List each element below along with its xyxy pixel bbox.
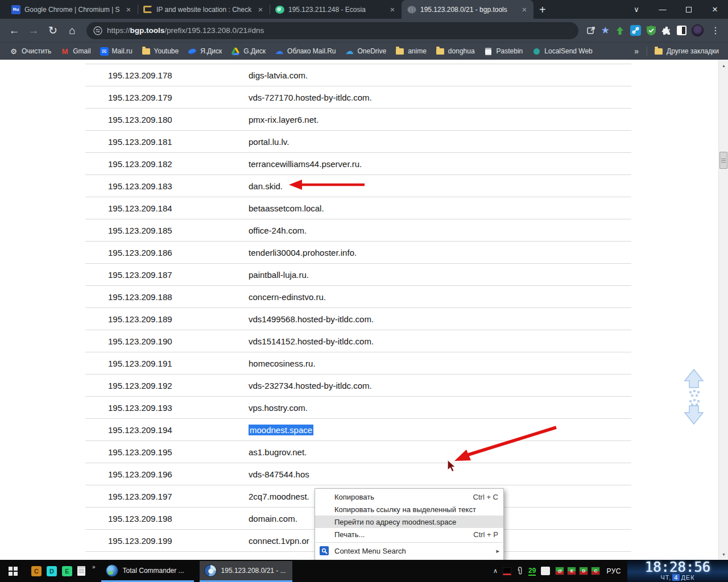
host-cell[interactable]: vds-727170.hosted-by-itldc.com. [249,93,631,102]
taskbar-button-0[interactable]: Total Commander ... [101,561,194,582]
tab-2[interactable]: 195.123.211.248 - Ecosia × [270,0,402,19]
taskbar-button-1[interactable]: 195.123.208.0/21 - ... [200,561,292,582]
host-cell[interactable]: portal.lu.lv. [249,137,631,147]
menu-dots-icon[interactable]: ⋮ [709,25,722,36]
extensions-puzzle-icon[interactable] [661,26,672,36]
bookmark-item[interactable]: donghua [431,44,479,58]
tab-close-icon[interactable]: × [388,5,397,14]
host-cell[interactable]: terrancewilliams44.pserver.ru. [249,159,631,169]
link-extension-icon[interactable] [630,25,641,36]
tab-0[interactable]: Ru Google Chrome | Chromium | SR × [6,0,138,19]
scroll-up-arrow-icon[interactable]: ▲ [719,61,728,70]
menu-item[interactable]: Печать... Ctrl + P [315,528,503,541]
host-cell[interactable]: vds-847544.hos [249,469,631,479]
scroll-down-arrow-icon[interactable]: ▼ [719,550,728,559]
google-drive-icon [231,47,240,56]
quicklaunch-E-icon[interactable]: E [62,566,72,576]
bookmarks-bar: ⚙ Очистить M Gmail ✉ Mail.ru Youtube Я.Д… [0,42,728,60]
tray-white-square-icon[interactable] [541,567,550,575]
scrollbar-thumb[interactable] [719,152,727,169]
host-cell[interactable]: concern-edinstvo.ru. [249,292,631,302]
bookmark-item[interactable]: Youtube [137,44,184,58]
back-button[interactable]: ← [6,22,23,39]
forward-button[interactable]: → [25,22,42,39]
host-cell[interactable]: paintball-luja.ru. [249,270,631,280]
host-cell[interactable]: as1.bugrov.net. [249,447,631,457]
updater-extension-icon[interactable] [615,26,625,36]
autoscroll-up-arrow-icon [685,369,703,388]
notepad-quicklaunch-icon[interactable] [77,566,85,576]
home-button[interactable]: ⌂ [64,22,81,39]
host-cell[interactable]: office-24h.com. [249,226,631,235]
ip-cell: 195.123.209.187 [85,270,249,280]
host-cell[interactable]: tenderli30004.prohoster.info. [249,248,631,257]
taskbar-button-label: Total Commander ... [123,567,184,575]
tray-expand-chevron-icon[interactable]: ∧ [493,567,498,575]
new-tab-button[interactable]: + [533,4,552,15]
table-row: 195.123.209.179 vds-727170.hosted-by-itl… [85,86,631,109]
quicklaunch-C-icon[interactable]: C [31,566,42,576]
host-cell[interactable]: homecosiness.ru. [249,359,631,368]
bookmark-item[interactable]: G.Диск [226,44,270,58]
site-info-icon[interactable] [93,26,102,35]
tray-black-red-icon[interactable] [503,567,511,575]
drive-monitor-icon[interactable]: D [579,567,588,575]
minimize-button[interactable]: — [650,5,676,14]
address-bar[interactable]: https://bgp.tools/prefix/195.123.208.0/2… [86,22,578,39]
tab-search-chevron-icon[interactable]: ∨ [623,5,650,14]
taskbar-clock[interactable]: 18:28:56 ЧТ,4ДЕК [627,560,728,582]
host-cell[interactable]: moodnest.space [249,425,631,435]
drive-monitor-icon[interactable]: E [567,567,576,575]
drive-monitor-icon[interactable]: C [591,567,600,575]
close-button[interactable]: × [702,4,728,15]
table-row: 195.123.209.188 concern-edinstvo.ru. [85,286,631,308]
host-cell[interactable]: pmx-rix.layer6.net. [249,115,631,124]
bookmark-star-icon[interactable]: ★ [601,24,610,36]
bookmark-item[interactable]: Я.Диск [183,44,226,58]
bookmark-item[interactable]: LocalSend Web [527,44,597,58]
menu-item[interactable]: Копировать Ctrl + C [315,490,503,503]
bookmark-item[interactable]: ☁ Облако Mail.Ru [270,44,340,58]
host-cell[interactable]: dan.skid. [249,181,631,191]
tab-close-icon[interactable]: × [256,5,265,14]
menu-item[interactable]: Перейти по адресу moodnest.space [315,516,503,528]
menu-item[interactable]: Копировать ссылку на выделенный текст [315,503,503,516]
bookmarks-overflow-chevron-icon[interactable]: » [628,47,644,56]
paperclip-icon[interactable] [516,566,523,576]
tray-counter[interactable]: 29 [528,567,536,576]
bookmark-item[interactable]: ⚙ Очистить [5,44,56,58]
table-row: 195.123.209.196 vds-847544.hos [85,463,631,485]
drive-monitor-icon[interactable]: @ [555,567,564,575]
bookmark-item[interactable]: ☁ OneDrive [340,44,391,58]
reload-button[interactable]: ↻ [44,22,61,39]
bookmark-item[interactable]: anime [391,44,431,58]
host-cell[interactable]: betaassetcom.local. [249,203,631,213]
profile-avatar[interactable] [692,24,704,36]
host-cell[interactable]: vds-232734.hosted-by-itldc.com. [249,381,631,390]
host-cell[interactable]: vds1514152.hosted-by-itldc.com. [249,336,631,346]
maximize-button[interactable] [676,7,702,13]
selected-text[interactable]: moodnest.space [249,425,313,435]
adguard-shield-icon[interactable] [646,25,656,36]
scrollbar[interactable]: ▲ ▼ [718,60,728,560]
tab-1[interactable]: IP and website location : Check I × [138,0,270,19]
bookmark-item[interactable]: Pastebin [479,44,528,58]
bookmark-list: ⚙ Очистить M Gmail ✉ Mail.ru Youtube Я.Д… [5,44,597,58]
host-cell[interactable]: vps.hostry.com. [249,403,631,413]
table-row: 195.123.209.183 dan.skid. [85,175,631,197]
bookmark-item[interactable]: ✉ Mail.ru [96,45,137,58]
quicklaunch-D-icon[interactable]: D [47,566,57,576]
other-bookmarks-button[interactable]: Другие закладки [650,44,723,58]
bookmark-item[interactable]: M Gmail [56,44,95,58]
tab-3[interactable]: 195.123.208.0/21 - bgp.tools × [402,0,533,19]
language-indicator[interactable]: РУС [606,567,621,575]
host-cell[interactable]: vds1499568.hosted-by-itldc.com. [249,314,631,324]
url-text[interactable]: https://bgp.tools/prefix/195.123.208.0/2… [107,26,264,35]
darkreader-extension-icon[interactable] [677,26,686,35]
menu-item[interactable]: Context Menu Search ▸ [315,544,503,557]
share-icon[interactable] [586,26,596,35]
tab-close-icon[interactable]: × [124,5,133,14]
tab-close-icon[interactable]: × [520,5,529,14]
start-button[interactable] [0,560,26,582]
host-cell[interactable]: digs-latvia.com. [249,70,631,80]
